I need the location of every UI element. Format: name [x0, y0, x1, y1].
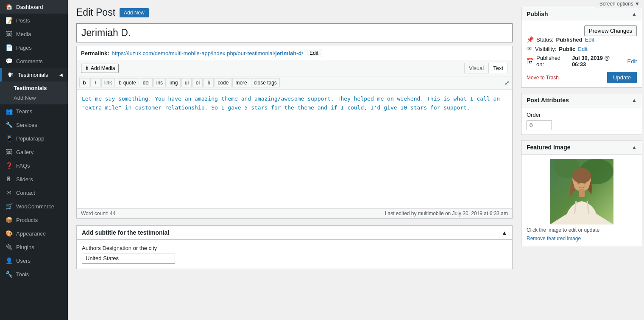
sidebar-item-comments[interactable]: 💬 Comments [0, 54, 68, 68]
publish-panel-title: Publish [527, 11, 548, 17]
permalink-link[interactable]: https://luzuk.com/demo/multi-mobile-app/… [112, 50, 303, 56]
sidebar-item-testimonials[interactable]: 🗣 Testimonials ◀ [0, 68, 68, 81]
fullscreen-button[interactable]: ⤢ [505, 79, 510, 86]
screen-options-button[interactable]: Screen options ▼ [599, 1, 640, 7]
toolbar-more[interactable]: more [232, 78, 250, 87]
published-value: Jul 30, 2019 @ 06:33 [572, 55, 625, 67]
sidebar-item-label: Appearance [16, 230, 46, 237]
sidebar-item-gallery[interactable]: 🖼 Gallery [0, 145, 68, 159]
visibility-edit-link[interactable]: Edit [578, 46, 587, 52]
sidebar-item-popularapp[interactable]: 📱 Popularapp [0, 132, 68, 145]
sidebar: 🏠 Dashboard 📝 Posts 🖼 Media 📄 Pages 💬 Co… [0, 0, 68, 320]
preview-changes-button[interactable]: Preview Changes [584, 25, 637, 36]
toolbar-ul[interactable]: ul [181, 78, 192, 87]
sidebar-item-label: FAQs [16, 163, 30, 169]
add-media-button[interactable]: ⬆ Add Media [81, 64, 119, 73]
toolbar-ol[interactable]: ol [192, 78, 203, 87]
permalink-slug: jerimiah-d [275, 50, 301, 56]
pages-icon: 📄 [5, 44, 13, 51]
toolbar-img[interactable]: img [167, 78, 181, 87]
svg-point-8 [577, 182, 580, 185]
editor-body[interactable]: Let me say something. You have an amazin… [77, 90, 512, 208]
post-attributes-panel: Post Attributes ▲ Order [521, 93, 642, 135]
sidebar-item-faqs[interactable]: ❓ FAQs [0, 159, 68, 172]
toolbar-link[interactable]: link [101, 78, 115, 87]
comments-icon: 💬 [5, 58, 13, 65]
featured-image-svg [527, 159, 637, 225]
tab-text[interactable]: Text [488, 63, 508, 73]
sidebar-item-dashboard[interactable]: 🏠 Dashboard [0, 0, 68, 14]
move-to-trash-link[interactable]: Move to Trash [527, 75, 559, 81]
editor-toolbar: b i link b-quote del ins img ul ol li co… [77, 76, 512, 90]
post-title-input[interactable] [76, 23, 513, 42]
editor-container: ⬆ Add Media Visual Text b i link b-quote… [76, 60, 513, 219]
sidebar-sub-testimonials[interactable]: Testimonials [0, 83, 68, 93]
sidebar-item-teams[interactable]: 👥 Teams [0, 104, 68, 118]
toolbar-italic[interactable]: i [90, 78, 100, 87]
toolbar-code[interactable]: code [215, 78, 231, 87]
permalink-slash: / [301, 50, 303, 56]
tab-visual[interactable]: Visual [464, 63, 488, 73]
remove-featured-image-link[interactable]: Remove featured image [527, 236, 637, 241]
svg-point-4 [572, 168, 591, 183]
sidebar-item-label: Comments [16, 58, 43, 65]
featured-image-body: Click the image to edit or update Remove… [521, 154, 642, 246]
teams-icon: 👥 [5, 108, 13, 115]
published-edit-link[interactable]: Edit [627, 58, 637, 65]
update-button[interactable]: Update [607, 72, 637, 83]
featured-image-panel: Featured Image ▲ [521, 140, 642, 246]
popularapp-icon: 📱 [5, 135, 13, 142]
sidebar-item-label: WooCommerce [16, 203, 54, 210]
toolbar-ins[interactable]: ins [153, 78, 166, 87]
featured-image[interactable] [527, 159, 637, 225]
sidebar-item-appearance[interactable]: 🎨 Appearance [0, 227, 68, 240]
toolbar-bold[interactable]: b [79, 78, 89, 87]
sidebar-item-sliders[interactable]: 🎚 Sliders [0, 172, 68, 186]
sidebar-item-label: Posts [16, 17, 30, 24]
sidebar-item-posts[interactable]: 📝 Posts [0, 14, 68, 27]
woocommerce-icon: 🛒 [5, 203, 13, 210]
add-media-label: Add Media [91, 65, 115, 71]
published-label: Published on: [536, 55, 569, 67]
sidebar-item-services[interactable]: 🔧 Services [0, 118, 68, 132]
permalink-edit-button[interactable]: Edit [306, 49, 322, 57]
services-icon: 🔧 [5, 121, 13, 128]
sidebar-item-label: Teams [16, 108, 32, 115]
sidebar-item-label: Tools [16, 271, 29, 278]
sidebar-item-media[interactable]: 🖼 Media [0, 27, 68, 41]
sidebar-item-label: Pages [16, 45, 32, 51]
sidebar-sub-add-new[interactable]: Add New [0, 93, 68, 103]
sidebar-item-pages[interactable]: 📄 Pages [0, 41, 68, 54]
meta-box-chevron: ▲ [502, 230, 507, 236]
appearance-icon: 🎨 [5, 230, 13, 237]
plugins-icon: 🔌 [5, 244, 13, 250]
last-edited: Last edited by multimobile on July 30, 2… [385, 211, 508, 216]
sidebar-item-products[interactable]: 📦 Products [0, 213, 68, 227]
contact-icon: ✉ [5, 189, 13, 196]
toolbar-del[interactable]: del [140, 78, 153, 87]
sidebar-item-contact[interactable]: ✉ Contact [0, 186, 68, 199]
sidebar-item-woocommerce[interactable]: 🛒 WooCommerce [0, 199, 68, 213]
screen-options-label: Screen options [599, 1, 633, 7]
designation-field[interactable] [82, 253, 175, 264]
sidebar-item-label: Popularapp [16, 135, 45, 142]
status-edit-link[interactable]: Edit [585, 36, 594, 43]
toolbar-li[interactable]: li [204, 78, 214, 87]
upload-icon: ⬆ [85, 65, 89, 71]
visibility-icon: 👁 [527, 45, 532, 52]
sidebar-item-plugins[interactable]: 🔌 Plugins [0, 240, 68, 254]
add-new-button[interactable]: Add New [120, 8, 149, 17]
page-header: Edit Post Add New [76, 7, 513, 18]
meta-box-header[interactable]: Add subtitle for the testimonial ▲ [77, 226, 512, 240]
order-label: Order [527, 112, 637, 118]
sidebar-item-label: Dashboard [16, 4, 43, 10]
order-input[interactable] [527, 121, 552, 130]
add-media-row: ⬆ Add Media Visual Text [77, 60, 512, 76]
chevron-down-icon: ▼ [635, 1, 640, 7]
gallery-icon: 🖼 [5, 149, 13, 155]
sidebar-item-users[interactable]: 👤 Users [0, 254, 68, 267]
sidebar-item-tools[interactable]: 🔧 Tools [0, 267, 68, 281]
toolbar-bquote[interactable]: b-quote [116, 78, 139, 87]
right-panel: Publish ▲ Preview Changes 📌 Status: Publ… [521, 0, 644, 320]
toolbar-close-tags[interactable]: close tags [251, 78, 280, 87]
